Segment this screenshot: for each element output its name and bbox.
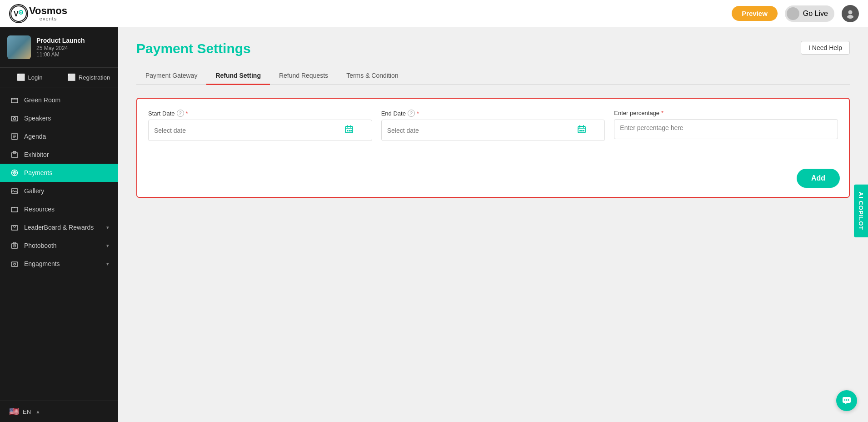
payments-icon xyxy=(10,169,19,177)
login-button[interactable]: ⬜ Login xyxy=(0,68,59,87)
percentage-field[interactable] xyxy=(620,124,832,131)
svg-rect-39 xyxy=(579,130,581,131)
sidebar-label-speakers: Speakers xyxy=(24,115,51,122)
svg-rect-33 xyxy=(349,130,350,131)
percentage-group: Enter percentage * xyxy=(614,110,838,139)
tab-refund-setting[interactable]: Refund Setting xyxy=(206,67,270,85)
resources-icon xyxy=(10,205,19,213)
sidebar-item-photobooth[interactable]: Photobooth ▾ xyxy=(0,236,118,255)
svg-rect-34 xyxy=(350,130,352,131)
sidebar-item-leaderboard[interactable]: LeaderBoard & Rewards ▾ xyxy=(0,218,118,236)
logo: V Vosmos events xyxy=(9,4,67,23)
login-icon: ⬜ xyxy=(17,73,25,81)
help-icon: ? xyxy=(408,110,415,117)
required-star: * xyxy=(186,110,188,117)
agenda-icon xyxy=(10,132,19,141)
chat-bubble[interactable] xyxy=(836,390,857,411)
toggle-circle xyxy=(787,7,799,20)
sidebar-label-exhibitor: Exhibitor xyxy=(24,151,49,158)
sidebar-item-engagments[interactable]: Engagments ▾ xyxy=(0,255,118,273)
registration-button[interactable]: ⬜ Registration xyxy=(59,68,118,87)
golive-toggle[interactable]: Go Live xyxy=(785,5,834,22)
svg-rect-26 xyxy=(11,262,18,266)
end-date-input[interactable] xyxy=(381,120,605,141)
svg-rect-21 xyxy=(11,226,18,230)
chevron-down-icon: ▾ xyxy=(106,261,109,267)
engagments-icon xyxy=(10,260,19,268)
registration-icon: ⬜ xyxy=(67,73,76,81)
logo-name: Vosmos xyxy=(29,6,67,16)
tab-terms-condition[interactable]: Terms & Condition xyxy=(337,67,407,85)
sidebar-item-green-room[interactable]: Green Room xyxy=(0,91,118,109)
sidebar-label-green-room: Green Room xyxy=(24,96,60,104)
svg-rect-41 xyxy=(583,130,584,131)
add-button[interactable]: Add xyxy=(797,169,840,188)
svg-point-25 xyxy=(14,245,15,247)
svg-point-27 xyxy=(14,263,15,265)
required-star: * xyxy=(417,110,419,117)
avatar[interactable] xyxy=(842,5,859,22)
chevron-down-icon: ▾ xyxy=(106,225,109,231)
sidebar-item-payments[interactable]: Payments xyxy=(0,164,118,182)
sidebar-label-agenda: Agenda xyxy=(24,133,46,140)
tab-payment-gateway[interactable]: Payment Gateway xyxy=(136,67,206,85)
form-container: Start Date ? * xyxy=(136,98,850,198)
sidebar: Product Launch 25 May 2024 11:00 AM ⬜ Lo… xyxy=(0,27,118,422)
event-time: 11:00 AM xyxy=(36,51,85,58)
ai-copilot-tab[interactable]: AI COPILOT xyxy=(854,185,868,237)
golive-label: Go Live xyxy=(803,10,828,18)
percentage-label: Enter percentage * xyxy=(614,110,838,116)
sidebar-item-agenda[interactable]: Agenda xyxy=(0,127,118,146)
start-date-label: Start Date ? * xyxy=(148,110,372,117)
end-date-field[interactable] xyxy=(387,127,578,134)
start-date-field[interactable] xyxy=(154,127,344,134)
svg-point-8 xyxy=(14,118,16,120)
svg-point-3 xyxy=(20,11,22,13)
sidebar-label-gallery: Gallery xyxy=(24,187,44,195)
svg-point-5 xyxy=(847,15,853,19)
leaderboard-icon xyxy=(10,223,19,231)
sidebar-label-payments: Payments xyxy=(24,169,52,176)
logo-circle: V xyxy=(9,4,28,23)
calendar-icon[interactable] xyxy=(344,125,354,136)
sidebar-item-gallery[interactable]: Gallery xyxy=(0,182,118,200)
event-name: Product Launch xyxy=(36,37,85,44)
help-icon: ? xyxy=(177,110,184,117)
sidebar-label-photobooth: Photobooth xyxy=(24,242,57,249)
top-header: V Vosmos events Preview Go Live xyxy=(0,0,868,27)
main-layout: Product Launch 25 May 2024 11:00 AM ⬜ Lo… xyxy=(0,27,868,422)
camera-icon xyxy=(10,114,19,122)
end-date-group: End Date ? * xyxy=(381,110,605,141)
svg-rect-24 xyxy=(13,242,16,244)
end-date-label: End Date ? * xyxy=(381,110,605,117)
sidebar-nav: Green Room Speakers Agenda Exhibitor xyxy=(0,87,118,401)
svg-rect-20 xyxy=(11,207,18,212)
tab-refund-requests[interactable]: Refund Requests xyxy=(270,67,337,85)
sidebar-label-resources: Resources xyxy=(24,206,55,213)
event-thumbnail xyxy=(7,35,31,59)
svg-point-4 xyxy=(848,10,853,14)
page-title: Payment Settings xyxy=(136,41,850,56)
content-inner: Payment Settings I Need Help Payment Gat… xyxy=(118,27,868,211)
sidebar-actions: ⬜ Login ⬜ Registration xyxy=(0,68,118,87)
chevron-up-icon: ▲ xyxy=(35,409,40,414)
svg-point-44 xyxy=(846,399,848,401)
sidebar-item-resources[interactable]: Resources xyxy=(0,200,118,218)
sidebar-footer[interactable]: 🇺🇸 EN ▲ xyxy=(0,401,118,422)
start-date-input[interactable] xyxy=(148,120,372,141)
calendar-icon[interactable] xyxy=(577,125,586,136)
folder-icon xyxy=(10,96,19,104)
svg-rect-32 xyxy=(347,130,348,131)
percentage-input[interactable] xyxy=(614,119,838,139)
preview-button[interactable]: Preview xyxy=(732,6,778,21)
logo-sub: events xyxy=(29,16,67,21)
sidebar-label-engagments: Engagments xyxy=(24,260,60,267)
svg-point-43 xyxy=(844,399,846,401)
help-button[interactable]: I Need Help xyxy=(801,41,850,55)
sidebar-item-exhibitor[interactable]: Exhibitor xyxy=(0,146,118,164)
svg-rect-14 xyxy=(13,151,16,153)
svg-rect-7 xyxy=(11,116,18,121)
gallery-icon xyxy=(10,187,19,195)
tabs: Payment Gateway Refund Setting Refund Re… xyxy=(136,67,850,85)
sidebar-item-speakers[interactable]: Speakers xyxy=(0,109,118,127)
